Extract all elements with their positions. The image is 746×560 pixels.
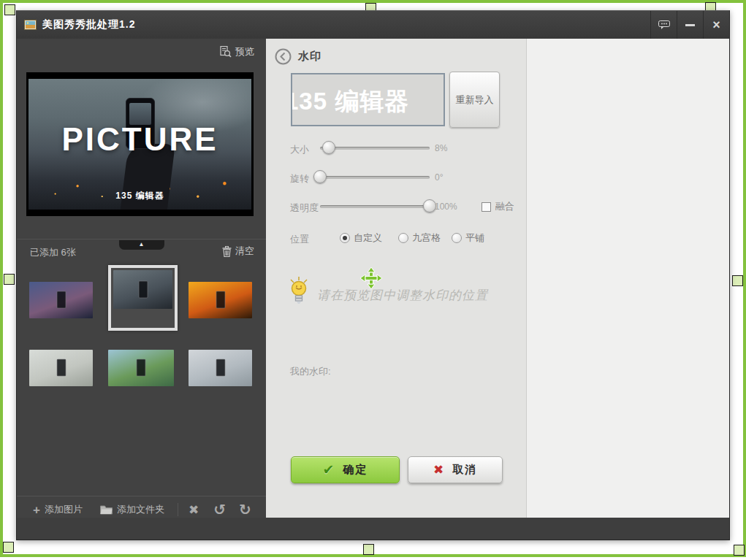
remove-icon: ✖ xyxy=(189,504,199,516)
reimport-button[interactable]: 重新导入 xyxy=(449,72,500,128)
add-folder-label: 添加文件夹 xyxy=(117,503,164,516)
position-label: 位置 xyxy=(290,233,309,246)
thumbnail-night-city[interactable] xyxy=(29,282,93,318)
position-option-tile[interactable]: 平铺 xyxy=(452,231,484,245)
selection-handle-bottom-center[interactable] xyxy=(363,544,374,555)
radio-icon[interactable] xyxy=(452,233,462,243)
my-watermark-label: 我的水印: xyxy=(290,365,331,378)
watermark-preview-text: 135 编辑器 xyxy=(291,85,409,118)
thumbnail-sunset[interactable] xyxy=(189,282,252,318)
preview-button[interactable]: 预览 xyxy=(220,45,254,58)
selection-handle-middle-right[interactable] xyxy=(732,275,743,286)
x-icon: ✖ xyxy=(433,462,444,477)
ok-button[interactable]: ✔ 确定 xyxy=(291,456,400,483)
plus-icon: + xyxy=(33,504,40,516)
rotate-slider-value: 0° xyxy=(435,172,443,183)
thumbnail-snow-street[interactable] xyxy=(189,350,252,386)
move-cursor-icon xyxy=(359,266,383,290)
check-icon: ✔ xyxy=(323,461,335,478)
watermark-settings-panel: 水印 135 编辑器 重新导入 大小 8% 旋转 0° xyxy=(266,39,527,518)
cancel-button[interactable]: ✖ 取消 xyxy=(408,456,503,483)
close-button[interactable]: × xyxy=(703,11,729,39)
rotate-left-icon: ↺ xyxy=(213,502,226,517)
app-icon xyxy=(24,20,37,30)
collapse-list-button[interactable]: ▲ xyxy=(119,240,164,250)
divider xyxy=(17,239,266,239)
list-toolbar: + 添加图片 添加文件夹 ✖ ↺ ↻ xyxy=(17,500,266,519)
preview-image[interactable]: PICTURE 135 编辑器 xyxy=(26,72,254,216)
cancel-button-label: 取消 xyxy=(452,463,477,477)
size-slider[interactable] xyxy=(320,147,430,150)
rotate-slider-thumb[interactable] xyxy=(313,170,327,183)
close-icon: × xyxy=(712,18,720,31)
rotate-right-icon: ↻ xyxy=(239,502,251,517)
photo-watermark-text[interactable]: 135 编辑器 xyxy=(28,190,251,202)
feedback-button[interactable] xyxy=(650,11,677,39)
position-option-custom[interactable]: 自定义 xyxy=(340,231,382,245)
clear-button-label: 清空 xyxy=(235,245,254,258)
preview-magnifier-icon xyxy=(220,46,232,58)
selection-handle-middle-left[interactable] xyxy=(4,274,15,285)
thumbnail-forest-trail[interactable] xyxy=(108,350,174,386)
window-title: 美图秀秀批处理1.2 xyxy=(42,18,135,31)
speech-bubble-icon xyxy=(658,20,670,29)
opacity-slider-label: 透明度 xyxy=(290,202,319,215)
remove-image-button[interactable]: ✖ xyxy=(189,504,199,516)
opacity-slider[interactable] xyxy=(320,205,430,208)
folder-icon xyxy=(100,505,113,515)
thumbnail-selected-frame[interactable] xyxy=(108,265,178,331)
titlebar[interactable]: 美图秀秀批处理1.2 × xyxy=(17,11,729,39)
added-count-label: 已添加 6张 xyxy=(30,246,76,259)
position-option-grid[interactable]: 九宫格 xyxy=(398,231,441,245)
add-image-button[interactable]: + 添加图片 xyxy=(33,503,83,516)
image-list-panel: 预览 PICTURE 135 编辑器 ▲ 已添加 6张 xyxy=(17,39,266,518)
thumbnail-coast-light[interactable] xyxy=(29,350,93,386)
selection-handle-top-left[interactable] xyxy=(4,4,15,15)
opacity-slider-value: 100% xyxy=(435,202,457,212)
selection-handle-bottom-right[interactable] xyxy=(734,545,745,556)
tip-text: 请在预览图中调整水印的位置 xyxy=(317,287,488,304)
radio-icon[interactable] xyxy=(398,233,408,243)
blend-checkbox[interactable] xyxy=(482,202,491,212)
lightbulb-icon xyxy=(288,274,310,304)
add-folder-button[interactable]: 添加文件夹 xyxy=(100,503,164,516)
size-slider-thumb[interactable] xyxy=(322,141,335,154)
thumbnail-storm-city[interactable] xyxy=(113,270,172,309)
reimport-button-label: 重新导入 xyxy=(456,93,494,107)
add-image-label: 添加图片 xyxy=(45,503,83,516)
preview-photo: PICTURE 135 编辑器 xyxy=(28,79,251,210)
rotate-slider[interactable] xyxy=(320,176,430,179)
empty-panel xyxy=(527,39,729,518)
window-bottom-strip xyxy=(17,518,729,540)
clear-list-button[interactable]: 清空 xyxy=(222,245,254,258)
panel-title: 水印 xyxy=(298,50,321,64)
back-icon[interactable] xyxy=(275,48,292,65)
watermark-preview-box[interactable]: 135 编辑器 xyxy=(291,73,445,126)
collapse-arrow-icon: ▲ xyxy=(139,241,145,248)
photo-overlay-text: PICTURE xyxy=(28,121,251,158)
divider xyxy=(17,496,266,496)
selection-handle-bottom-left[interactable] xyxy=(3,542,14,553)
divider xyxy=(178,503,178,516)
trash-icon xyxy=(222,246,232,257)
minimize-icon xyxy=(685,24,695,26)
rotate-left-button[interactable]: ↺ xyxy=(213,502,226,517)
size-slider-value: 8% xyxy=(435,143,447,153)
blend-checkbox-label: 融合 xyxy=(495,200,514,213)
rotate-slider-label: 旋转 xyxy=(290,172,309,185)
ok-button-label: 确定 xyxy=(343,463,368,477)
size-slider-label: 大小 xyxy=(290,143,309,156)
radio-icon[interactable] xyxy=(340,233,350,243)
rotate-right-button[interactable]: ↻ xyxy=(239,502,251,517)
preview-button-label: 预览 xyxy=(235,45,254,58)
app-window: 美图秀秀批处理1.2 × xyxy=(16,10,730,540)
minimize-button[interactable] xyxy=(677,11,703,39)
